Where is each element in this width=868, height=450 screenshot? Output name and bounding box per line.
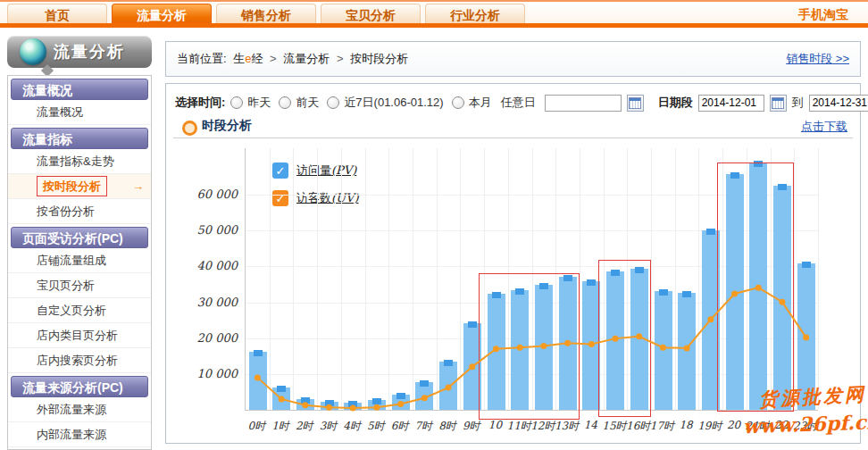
y-axis-label: 60 000 <box>182 188 238 201</box>
sidebar-section-header[interactable]: 流量指标 <box>11 128 148 149</box>
x-axis-label: 1时 <box>267 419 294 434</box>
x-axis-label: 14 <box>577 419 604 431</box>
x-axis-label: 23时 <box>792 419 819 434</box>
download-link[interactable]: 点击下载 <box>801 119 847 135</box>
x-axis-label: 5时 <box>363 419 389 434</box>
breadcrumb-site-post: 经 <box>251 52 263 65</box>
sidebar-item[interactable]: 宝贝页分析 <box>8 273 151 298</box>
x-axis-label: 9时 <box>458 419 485 434</box>
sidebar-item[interactable]: 外部流量来源 <box>8 397 151 422</box>
x-axis-label: 16时 <box>625 419 652 434</box>
range-label: 日期段 <box>658 95 693 111</box>
calendar-icon[interactable] <box>770 95 787 112</box>
sidebar-item[interactable]: 流量指标&走势 <box>8 149 151 174</box>
x-axis-label: 4时 <box>338 419 365 434</box>
breadcrumb-item-traffic[interactable]: 流量分析 <box>283 52 330 65</box>
main-panel: 选择时间: 昨天前天近7日(01.06-01.12)本月 任意日 日期段 到 时… <box>165 83 861 444</box>
x-axis-label: 13时 <box>554 419 580 434</box>
end-date-input[interactable] <box>809 95 868 112</box>
radio-label[interactable]: 本月 <box>469 95 492 111</box>
start-date-input[interactable] <box>698 95 764 112</box>
x-axis-label: 3时 <box>314 419 341 434</box>
x-axis-label: 11时 <box>505 419 532 434</box>
radio-button[interactable] <box>452 96 464 109</box>
arrow-right-icon: → <box>132 174 144 198</box>
to-label: 到 <box>792 95 804 111</box>
radio-button[interactable] <box>279 96 291 109</box>
x-axis-label: 21时 <box>744 419 771 434</box>
calendar-icon[interactable] <box>627 95 644 112</box>
uv-line <box>246 148 818 410</box>
breadcrumb-label: 当前位置: <box>177 52 227 65</box>
x-axis-label: 22 <box>768 419 795 431</box>
breadcrumb-site: 生 <box>233 52 245 65</box>
sidebar-section-header[interactable]: 页面受访分析(PC) <box>11 227 148 248</box>
mobile-taobao-link[interactable]: 手机淘宝 <box>798 7 848 23</box>
sidebar-item[interactable]: 店内搜索页分析 <box>8 348 151 373</box>
plot-area: ✓ 访问量(PV) ✓ 访客数(UV) <box>245 148 818 411</box>
x-axis-label: 17时 <box>648 419 675 434</box>
sidebar-item[interactable]: 内部流量来源 <box>8 422 151 447</box>
nav-bottom-bar <box>0 23 868 28</box>
breadcrumb-bar: 当前位置: 生e经 > 流量分析 > 按时段分析 销售时段 >> <box>165 41 861 77</box>
x-axis-label: 19时 <box>697 419 723 434</box>
filter-label: 选择时间: <box>175 95 225 111</box>
x-axis-label: 7时 <box>410 419 437 434</box>
breadcrumb-separator: > <box>337 52 344 65</box>
section-header: 时段分析 点击下载 <box>166 118 860 138</box>
section-title: 时段分析 <box>202 118 252 134</box>
y-axis-label: 30 000 <box>182 296 238 309</box>
sidebar-title-bar: 流量分析 <box>7 36 152 68</box>
x-axis-label: 15时 <box>601 419 628 434</box>
gridline <box>818 148 819 410</box>
sidebar-title: 流量分析 <box>54 36 125 68</box>
y-axis-label: 50 000 <box>182 223 238 237</box>
traffic-sphere-icon <box>20 38 46 65</box>
x-axis-label: 12时 <box>530 419 556 434</box>
sidebar-section-header[interactable]: 流量来源分析(PC) <box>11 376 148 397</box>
sidebar-item[interactable]: 店铺流量组成 <box>8 248 151 273</box>
x-axis-label: 0时 <box>243 419 270 434</box>
section-divider <box>173 138 853 138</box>
radio-label[interactable]: 前天 <box>296 95 319 111</box>
radio-button[interactable] <box>230 96 243 109</box>
y-axis-label: 20 000 <box>182 331 238 345</box>
x-axis-label: 6时 <box>387 419 413 434</box>
y-axis-label: 10 000 <box>182 367 238 380</box>
y-axis-label: 40 000 <box>182 259 238 272</box>
anyday-input[interactable] <box>545 95 622 112</box>
breadcrumb-item-hour: 按时段分析 <box>350 52 408 65</box>
x-axis-label: 10 <box>481 419 508 431</box>
sidebar-item[interactable]: 自定义页分析 <box>8 298 151 323</box>
breadcrumb: 当前位置: 生e经 > 流量分析 > 按时段分析 <box>177 42 408 76</box>
sidebar-item[interactable]: 流量概况 <box>8 100 151 125</box>
sidebar-item[interactable]: 按时段分析→ <box>8 174 151 199</box>
sidebar-menu: 流量概况流量概况流量指标流量指标&走势按时段分析→按省份分析页面受访分析(PC)… <box>7 75 152 450</box>
sidebar-item[interactable]: 按省份分析 <box>8 199 151 224</box>
radio-button[interactable] <box>327 96 339 109</box>
sidebar-item[interactable]: 店内类目页分析 <box>8 323 151 348</box>
breadcrumb-separator: > <box>270 52 277 65</box>
radio-label[interactable]: 近7日(01.06-01.12) <box>344 95 443 111</box>
sales-hour-link[interactable]: 销售时段 >> <box>786 42 849 76</box>
x-axis-label: 20 <box>721 419 747 431</box>
x-axis-label: 8时 <box>434 419 461 434</box>
bullet-icon <box>182 121 197 136</box>
radio-label[interactable]: 昨天 <box>247 95 271 111</box>
sidebar-section-header[interactable]: 流量概况 <box>11 79 148 100</box>
radio-group: 昨天前天近7日(01.06-01.12)本月 <box>230 95 495 111</box>
anyday-label: 任意日 <box>501 95 536 111</box>
time-filter-row: 选择时间: 昨天前天近7日(01.06-01.12)本月 任意日 日期段 到 <box>175 91 868 114</box>
x-axis-label: 2时 <box>291 419 318 434</box>
x-axis-label: 18 <box>672 419 699 431</box>
top-navigation: 首页流量分析销售分析宝贝分析行业分析 手机淘宝 <box>0 0 868 25</box>
